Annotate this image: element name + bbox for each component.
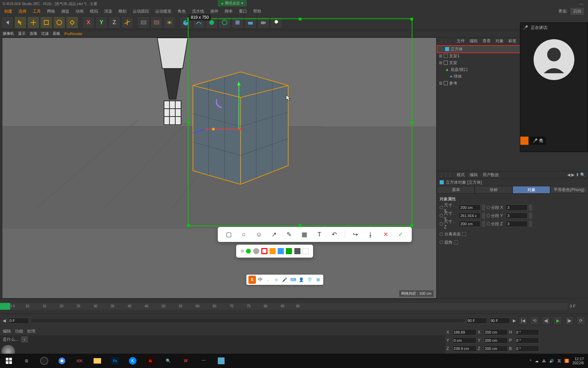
ime-user-icon[interactable]: 👤 — [298, 276, 305, 283]
menu-sculpt[interactable]: 雕刻 — [116, 8, 129, 15]
size-x-input[interactable] — [459, 204, 480, 211]
ime-skin-icon[interactable]: 👕 — [307, 276, 313, 283]
app2-taskbar-icon[interactable]: 〰 — [196, 355, 211, 367]
ime-emoji-icon[interactable]: ☺ — [273, 276, 280, 283]
om-file[interactable]: 文件 — [457, 38, 465, 44]
render-view-button[interactable] — [137, 16, 150, 29]
menu-create[interactable]: 创建 — [1, 8, 15, 15]
coord-sys-button[interactable] — [121, 16, 133, 29]
y-axis-button[interactable]: Y — [95, 16, 108, 29]
vp-options[interactable]: 选项 — [30, 31, 37, 36]
light-button[interactable] — [270, 16, 282, 29]
explorer-taskbar-icon[interactable] — [90, 355, 105, 367]
mic-icon[interactable]: 🎤 — [523, 25, 528, 30]
size-large[interactable] — [253, 248, 259, 254]
menu-mograph[interactable]: 运动图形 — [152, 8, 174, 15]
tray-lang[interactable]: 英 — [557, 358, 561, 364]
layout-value[interactable]: 启动 — [570, 8, 584, 15]
color-gray[interactable] — [294, 248, 300, 254]
deformer-button[interactable] — [231, 16, 244, 29]
goto-first-button[interactable]: |◀ — [519, 316, 527, 325]
render-settings-button[interactable] — [163, 16, 176, 29]
end-frame-input2[interactable] — [490, 318, 510, 324]
tab-edit[interactable]: 编辑 — [3, 328, 11, 334]
pos-y-input[interactable] — [453, 337, 476, 343]
am-mode[interactable]: 模式 — [457, 172, 465, 178]
prev-frame-button[interactable]: ◀| — [542, 316, 551, 325]
tray-sogou-icon[interactable]: S — [565, 359, 569, 363]
rot-p-input[interactable] — [515, 337, 539, 343]
om-objects[interactable]: 对象 — [495, 38, 504, 44]
wps-taskbar-icon[interactable]: W — [178, 355, 193, 367]
am-edit[interactable]: 编辑 — [470, 172, 478, 178]
ai-taskbar-icon[interactable]: Ai — [143, 355, 158, 367]
vp-panel[interactable]: 面板 — [53, 31, 60, 36]
tab-object[interactable]: 对象 — [512, 186, 550, 194]
tencent-meeting-panel[interactable]: 🎤 正在讲话: 🎤亮 — [520, 22, 588, 152]
ime-mic-icon[interactable]: 🎤 — [281, 276, 288, 283]
ime-punct-icon[interactable]: ， — [265, 276, 271, 283]
move-tool[interactable] — [27, 16, 39, 29]
menu-select[interactable]: 选择 — [16, 8, 29, 15]
circle-tool-button[interactable]: ○ — [239, 230, 249, 239]
x-axis-button[interactable]: X — [82, 16, 95, 29]
app3-taskbar-icon[interactable] — [214, 355, 229, 367]
menu-motrack[interactable]: 运动跟踪 — [130, 8, 152, 15]
ime-lang[interactable]: 中 — [258, 277, 263, 283]
fillet-checkbox[interactable] — [454, 240, 458, 244]
seg-z-input[interactable] — [506, 221, 527, 227]
tray-up-icon[interactable]: ^ — [530, 359, 532, 363]
size-z-input[interactable] — [484, 346, 508, 352]
search-taskbar-icon[interactable]: 🔍 — [161, 355, 176, 367]
cancel-button[interactable]: ✕ — [381, 230, 390, 239]
next-key-button[interactable]: ⟳ — [576, 316, 585, 325]
color-red[interactable] — [261, 248, 267, 254]
om-tags[interactable]: 标签 — [508, 38, 517, 44]
seg-y-input[interactable] — [506, 213, 527, 219]
size-z-input[interactable] — [459, 221, 480, 227]
menu-snap[interactable]: 捕捉 — [59, 8, 72, 15]
menu-render[interactable]: 渲染 — [101, 8, 115, 15]
size-small[interactable] — [241, 249, 244, 253]
timeline-ruler[interactable]: 3 5 10 15 20 25 30 35 40 45 50 55 60 65 … — [0, 303, 568, 310]
menu-script[interactable]: 脚本 — [222, 8, 235, 15]
nav-back-button[interactable]: ‹ — [21, 336, 28, 342]
menu-mesh[interactable]: 网格 — [44, 8, 58, 15]
size-y-input[interactable] — [484, 337, 508, 343]
chrome-taskbar-icon[interactable] — [54, 355, 69, 367]
vp-camera[interactable]: 摄像机 — [3, 31, 14, 36]
menu-sim[interactable]: 模拟 — [87, 8, 101, 15]
menu-char[interactable]: 角色 — [175, 8, 189, 15]
end-frame-input[interactable] — [467, 318, 487, 324]
tab-phong[interactable]: 平滑着色(Phong) — [550, 186, 588, 194]
undo-button[interactable] — [1, 16, 14, 29]
tray-net-icon[interactable]: 🖧 — [542, 359, 546, 363]
sogou-ime-bar[interactable]: S 中 ， ☺ 🎤 ⌨ 👤 👕 ⊞ — [246, 275, 323, 285]
tray-vol-icon[interactable]: 🔊 — [549, 359, 554, 363]
pos-x-input[interactable] — [453, 329, 476, 335]
size-medium[interactable] — [246, 249, 251, 254]
pen-tool-button[interactable]: ✎ — [284, 230, 294, 239]
color-white[interactable] — [303, 248, 309, 254]
emoji-tool-button[interactable]: ☺ — [254, 230, 264, 239]
separate-checkbox[interactable] — [462, 232, 466, 236]
om-edit[interactable]: 编辑 — [470, 38, 478, 44]
timeline-slider[interactable] — [32, 319, 464, 322]
generator2-button[interactable] — [218, 16, 231, 29]
z-axis-button[interactable]: Z — [108, 16, 120, 29]
undo-button[interactable]: ↶ — [330, 230, 339, 239]
size-x-input[interactable] — [484, 329, 508, 335]
ime-keyboard-icon[interactable]: ⌨ — [290, 276, 296, 283]
rot-b-input[interactable] — [515, 346, 539, 352]
menu-pipe[interactable]: 流水线 — [189, 8, 207, 15]
clock-time[interactable]: 12:17 — [572, 357, 584, 361]
tab-texture[interactable]: 纹理 — [27, 328, 35, 334]
menu-anim[interactable]: 动画 — [73, 8, 86, 15]
color-green[interactable] — [286, 248, 292, 254]
c4d-taskbar-icon[interactable] — [37, 355, 52, 367]
pos-z-input[interactable] — [453, 346, 476, 352]
color-blue[interactable] — [278, 248, 284, 254]
viewport-3d[interactable]: ✥ ⊕ ⟲ ⊞ — [2, 37, 437, 298]
seg-x-input[interactable] — [506, 204, 527, 211]
tab-func[interactable]: 功能 — [15, 328, 23, 334]
